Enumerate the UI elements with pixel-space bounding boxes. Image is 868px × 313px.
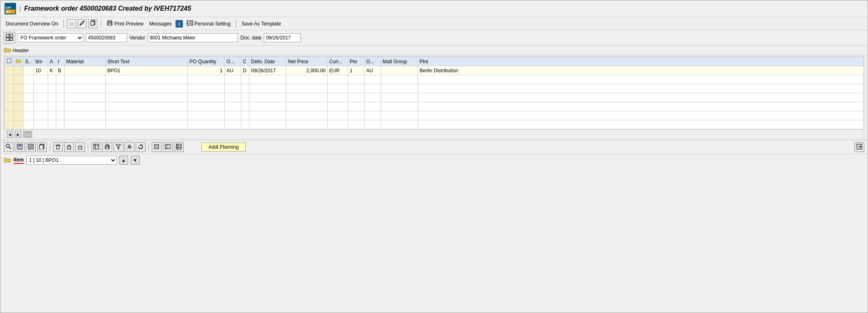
row-itm-1[interactable]: 10 xyxy=(34,66,48,75)
row-c-1[interactable]: D xyxy=(241,66,249,75)
nav-left-btn[interactable]: ◄ xyxy=(7,131,13,138)
separator-dot: | xyxy=(19,5,21,12)
delete-btn[interactable] xyxy=(53,142,63,152)
table-view-btn[interactable] xyxy=(174,142,184,152)
addl-planning-btn[interactable]: Addl Planning xyxy=(201,143,246,152)
nav-right-btn[interactable]: ► xyxy=(15,131,21,138)
nav-scroll-btn[interactable] xyxy=(23,131,32,138)
col-a[interactable]: A xyxy=(48,57,56,66)
config1-icon xyxy=(154,144,159,151)
svg-rect-16 xyxy=(10,34,13,37)
print-btn[interactable] xyxy=(102,142,112,152)
delete-icon xyxy=(55,144,61,151)
sort-btn[interactable] xyxy=(125,142,134,152)
item-up-btn[interactable]: ▲ xyxy=(119,156,128,165)
doc-date-label: Doc. date xyxy=(240,35,261,41)
search-btn[interactable] xyxy=(4,142,14,152)
col-material[interactable]: Material xyxy=(65,57,106,66)
svg-rect-48 xyxy=(165,145,170,149)
row-plnt-1[interactable]: Berlin Distribution xyxy=(418,66,864,75)
col-plnt[interactable]: Plnt xyxy=(418,57,864,66)
row-po-qty-1[interactable]: 1 xyxy=(188,66,225,75)
config2-btn[interactable] xyxy=(163,142,173,152)
save-as-template-btn[interactable]: Save As Template xyxy=(240,20,283,28)
row-matl-group-1[interactable] xyxy=(381,66,418,75)
table-row-empty-5 xyxy=(5,111,864,120)
page-title: Framework order 4500020683 Created by IV… xyxy=(24,5,191,12)
col-short-text[interactable]: Short Text xyxy=(106,57,188,66)
edit-icon xyxy=(79,20,85,27)
form-icon-btn[interactable] xyxy=(4,32,15,44)
row-short-text-1[interactable]: BPO1 xyxy=(106,66,188,75)
vendor-input[interactable] xyxy=(148,33,238,42)
col-row-sel xyxy=(5,57,14,66)
row-o2-1[interactable]: AU xyxy=(365,66,381,75)
col-o1[interactable]: O... xyxy=(225,57,241,66)
col-curr[interactable]: Curr... xyxy=(328,57,348,66)
list-btn[interactable] xyxy=(26,142,36,152)
print-preview-btn[interactable]: Print Preview xyxy=(104,19,145,28)
edit-btn[interactable] xyxy=(78,19,87,28)
item-select[interactable]: 1 [ 10 ] BPO1 xyxy=(26,156,117,165)
header-folder-icon xyxy=(4,46,11,54)
item-down-btn[interactable]: ▼ xyxy=(131,156,140,165)
personal-setting-btn[interactable]: Personal Setting xyxy=(185,19,233,28)
doc-overview-btn[interactable]: Document Overview On xyxy=(4,20,60,28)
col-s[interactable]: S.. xyxy=(23,57,34,66)
col-per[interactable]: Per xyxy=(348,57,365,66)
separator-b3 xyxy=(148,143,149,151)
svg-rect-17 xyxy=(6,38,9,41)
new-doc-btn[interactable]: □ xyxy=(67,19,76,28)
unlock-btn[interactable] xyxy=(75,142,85,152)
doc-date-input[interactable] xyxy=(264,33,301,42)
print-preview-label: Print Preview xyxy=(114,21,143,27)
row-deliv-date-1[interactable]: 09/26/2017 xyxy=(249,66,286,75)
row-material-1[interactable] xyxy=(65,66,106,75)
messages-btn[interactable]: Messages xyxy=(147,20,174,28)
refresh-btn[interactable] xyxy=(136,142,145,152)
col-matl-group[interactable]: Matl Group xyxy=(381,57,418,66)
filter-btn[interactable] xyxy=(113,142,123,152)
search-icon xyxy=(6,144,12,151)
svg-rect-15 xyxy=(6,34,9,37)
lock-icon xyxy=(66,144,72,151)
col-i[interactable]: I xyxy=(56,57,65,66)
lock-btn[interactable] xyxy=(64,142,74,152)
col-itm[interactable]: Itm xyxy=(34,57,48,66)
separator-3 xyxy=(236,20,236,28)
detail-btn[interactable] xyxy=(15,142,25,152)
sub-items-btn[interactable] xyxy=(91,142,101,152)
row-curr-1[interactable]: EUR xyxy=(328,66,348,75)
copy2-btn[interactable] xyxy=(37,142,47,152)
table-nav: ◄ ► xyxy=(4,129,864,139)
svg-rect-50 xyxy=(176,144,181,149)
row-a-1[interactable]: K xyxy=(48,66,56,75)
col-o2[interactable]: O... xyxy=(365,57,381,66)
separator-2 xyxy=(101,20,101,28)
order-type-select[interactable]: FO Framework order xyxy=(18,33,83,42)
copy-icon xyxy=(90,20,96,27)
copy-btn[interactable] xyxy=(88,19,97,28)
table-container: S.. Itm A I Material Short Text PO Quant… xyxy=(4,56,864,139)
col-c[interactable]: C xyxy=(241,57,249,66)
list-icon xyxy=(28,144,34,151)
col-deliv-date[interactable]: Deliv. Date xyxy=(249,57,286,66)
col-net-price[interactable]: Net Price xyxy=(286,57,328,66)
sap-logo: SAP R/3 xyxy=(5,3,16,14)
print-icon xyxy=(104,144,110,151)
config2-icon xyxy=(165,144,171,151)
row-per-1[interactable]: 1 xyxy=(348,66,365,75)
row-indicator-1 xyxy=(5,66,14,75)
row-s-1[interactable] xyxy=(23,66,34,75)
svg-point-9 xyxy=(111,23,112,23)
config1-btn[interactable] xyxy=(152,142,162,152)
row-i-1[interactable]: B xyxy=(56,66,65,75)
row-sel-icon xyxy=(6,59,12,65)
right-action-btn[interactable] xyxy=(854,142,864,152)
svg-rect-47 xyxy=(155,145,158,148)
order-number-input[interactable] xyxy=(86,33,127,42)
row-net-price-1[interactable]: 2,000.00 xyxy=(286,66,328,75)
svg-rect-18 xyxy=(10,38,13,41)
col-po-qty[interactable]: PO Quantity xyxy=(188,57,225,66)
row-o1-1[interactable]: AU xyxy=(225,66,241,75)
